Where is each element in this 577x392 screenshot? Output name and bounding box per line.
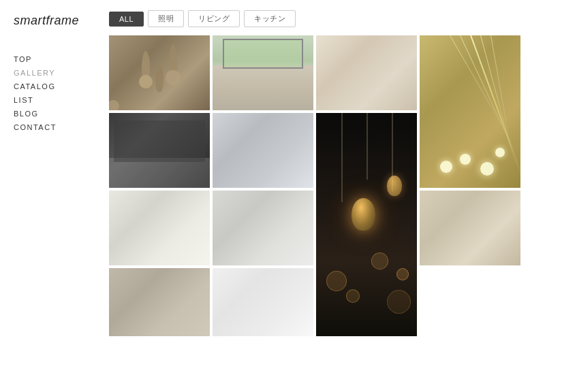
filter-shoumei[interactable]: 照明 [148, 10, 184, 27]
gallery-item-7[interactable] [316, 113, 417, 336]
filter-bar: ALL 照明 リビング キッチン [109, 10, 567, 27]
gallery-item-12[interactable] [213, 268, 313, 336]
gallery-item-2[interactable] [213, 35, 313, 110]
sidebar-item-contact[interactable]: CONTACT [14, 123, 95, 131]
sidebar: smartframe TOP GALLERY CATALOG LIST BLOG… [0, 0, 109, 392]
nav-list: TOP GALLERY CATALOG LIST BLOG CONTACT [14, 55, 95, 131]
gallery-item-10[interactable] [420, 191, 520, 265]
logo: smartframe [14, 14, 95, 28]
gallery-item-1[interactable] [109, 35, 210, 110]
gallery-grid [109, 35, 567, 382]
gallery-item-4[interactable] [420, 35, 520, 188]
gallery-item-9[interactable] [213, 191, 313, 265]
gallery-item-8[interactable] [109, 191, 210, 265]
sidebar-item-catalog[interactable]: CATALOG [14, 82, 95, 91]
sidebar-item-blog[interactable]: BLOG [14, 110, 95, 118]
filter-living[interactable]: リビング [188, 10, 240, 27]
filter-all[interactable]: ALL [109, 12, 144, 27]
gallery-item-5[interactable] [109, 113, 210, 188]
gallery-item-11[interactable] [109, 268, 210, 336]
sidebar-item-gallery[interactable]: GALLERY [14, 69, 95, 77]
gallery-item-3[interactable] [316, 35, 417, 110]
main-content: ALL 照明 リビング キッチン [109, 0, 577, 392]
filter-kitchen[interactable]: キッチン [244, 10, 296, 27]
sidebar-item-list[interactable]: LIST [14, 96, 95, 104]
gallery-item-6[interactable] [213, 113, 313, 188]
sidebar-item-top[interactable]: TOP [14, 55, 95, 63]
